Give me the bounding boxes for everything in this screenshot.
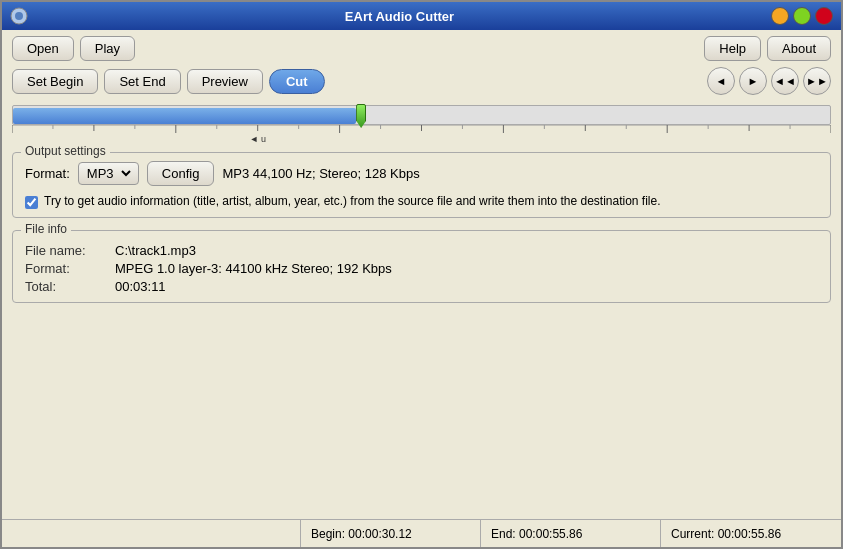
toolbar-row2: Set Begin Set End Preview Cut ◄ ► ◄◄ ►► <box>2 67 841 101</box>
set-begin-button[interactable]: Set Begin <box>12 69 98 94</box>
main-window: EArt Audio Cutter Open Play Help About S… <box>0 0 843 549</box>
format-row: Format: MP3 WAV OGG Config MP3 44,100 Hz… <box>25 161 818 186</box>
status-end: End: 00:00:55.86 <box>481 520 661 547</box>
output-settings-label: Output settings <box>21 144 110 158</box>
help-button[interactable]: Help <box>704 36 761 61</box>
title-bar: EArt Audio Cutter <box>2 2 841 30</box>
audio-info-checkbox-row: Try to get audio information (title, art… <box>25 194 818 209</box>
end-time: End: 00:00:55.86 <box>491 527 582 541</box>
window-controls <box>771 7 833 25</box>
window-title: EArt Audio Cutter <box>28 9 771 24</box>
prev-button[interactable]: ◄ <box>707 67 735 95</box>
status-left <box>2 520 301 547</box>
slider-fill <box>13 108 356 124</box>
audio-info-checkbox[interactable] <box>25 196 38 209</box>
slider-handle[interactable] <box>356 104 366 128</box>
format-select[interactable]: MP3 WAV OGG <box>83 165 134 182</box>
next-button[interactable]: ► <box>739 67 767 95</box>
preview-button[interactable]: Preview <box>187 69 263 94</box>
format-info-label: Format: <box>25 261 115 276</box>
toolbar-right: Help About <box>704 36 831 61</box>
slider-area: ◄ u <box>2 101 841 146</box>
about-button[interactable]: About <box>767 36 831 61</box>
audio-slider[interactable] <box>12 105 831 125</box>
config-button[interactable]: Config <box>147 161 215 186</box>
app-icon <box>10 7 28 25</box>
total-label: Total: <box>25 279 115 294</box>
svg-point-1 <box>15 12 23 20</box>
audio-info-text: Try to get audio information (title, art… <box>44 194 661 208</box>
total-value: 00:03:11 <box>115 279 818 294</box>
format-select-wrapper[interactable]: MP3 WAV OGG <box>78 162 139 185</box>
output-settings-section: Output settings Format: MP3 WAV OGG Conf… <box>12 152 831 218</box>
play-button[interactable]: Play <box>80 36 135 61</box>
format-info-value: MPEG 1.0 layer-3: 44100 kHz Stereo; 192 … <box>115 261 818 276</box>
format-label: Format: <box>25 166 70 181</box>
toolbar-row1: Open Play Help About <box>2 30 841 67</box>
status-begin: Begin: 00:00:30.12 <box>301 520 481 547</box>
file-info-label: File info <box>21 222 71 236</box>
minimize-button[interactable] <box>771 7 789 25</box>
set-end-button[interactable]: Set End <box>104 69 180 94</box>
prev-fast-button[interactable]: ◄◄ <box>771 67 799 95</box>
current-time: Current: 00:00:55.86 <box>671 527 781 541</box>
filename-value: C:\track1.mp3 <box>115 243 818 258</box>
nav-buttons: ◄ ► ◄◄ ►► <box>707 67 831 95</box>
cut-button[interactable]: Cut <box>269 69 325 94</box>
svg-text:◄ u: ◄ u <box>250 134 266 143</box>
file-info-section: File info File name: C:\track1.mp3 Forma… <box>12 230 831 303</box>
next-fast-button[interactable]: ►► <box>803 67 831 95</box>
format-desc: MP3 44,100 Hz; Stereo; 128 Kbps <box>222 166 419 181</box>
begin-time: Begin: 00:00:30.12 <box>311 527 412 541</box>
status-bar: Begin: 00:00:30.12 End: 00:00:55.86 Curr… <box>2 519 841 547</box>
file-info-grid: File name: C:\track1.mp3 Format: MPEG 1.… <box>25 243 818 294</box>
maximize-button[interactable] <box>793 7 811 25</box>
filename-label: File name: <box>25 243 115 258</box>
open-button[interactable]: Open <box>12 36 74 61</box>
close-button[interactable] <box>815 7 833 25</box>
time-ruler: ◄ u <box>12 125 831 143</box>
status-current: Current: 00:00:55.86 <box>661 520 841 547</box>
